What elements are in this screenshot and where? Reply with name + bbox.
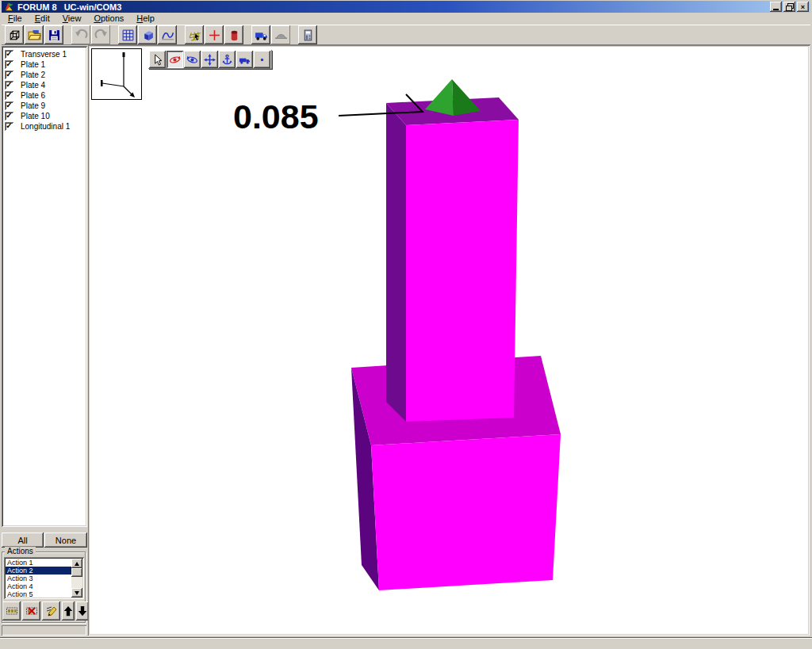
orbit-red-icon (169, 54, 181, 66)
save-icon (48, 29, 61, 42)
list-item[interactable]: Plate 4 (2, 80, 87, 90)
menu-options[interactable]: Options (87, 13, 130, 25)
new-model-button[interactable] (5, 25, 24, 44)
actions-list[interactable]: Action 1 Action 2 Action 3 Action 4 Acti… (4, 557, 84, 599)
open-folder-icon (28, 29, 41, 42)
action-item[interactable]: Action 5 (6, 590, 71, 597)
scroll-thumb[interactable] (71, 568, 82, 577)
save-button[interactable] (44, 25, 63, 44)
point-icon (256, 54, 268, 66)
checkbox-checked-icon[interactable] (5, 122, 13, 131)
orbit-tool-button-active[interactable] (167, 51, 183, 68)
viewport-3d[interactable]: 0.085 (88, 45, 810, 636)
plate-label: Plate 6 (21, 91, 45, 100)
checkbox-checked-icon[interactable] (5, 91, 13, 100)
action-delete-button[interactable] (22, 601, 40, 620)
checkbox-checked-icon[interactable] (5, 101, 13, 110)
action-edit-button[interactable] (42, 601, 60, 620)
action-add-button[interactable] (2, 601, 21, 620)
action-item-selected[interactable]: Action 2 (6, 567, 71, 575)
restore-icon (786, 3, 793, 10)
mesh-edit-button[interactable] (185, 25, 204, 44)
action-delete-icon (25, 605, 38, 617)
pyramid-right-face (452, 79, 481, 116)
app-logo-icon (3, 2, 14, 12)
curve-icon (161, 29, 174, 42)
action-list-icon (6, 605, 18, 617)
redo-button[interactable] (91, 25, 110, 44)
move-up-button[interactable] (62, 601, 75, 620)
action-item[interactable]: Action 3 (6, 575, 71, 582)
restore-button[interactable] (783, 2, 795, 12)
select-tool-button[interactable] (149, 51, 166, 68)
checkbox-checked-icon[interactable] (5, 50, 13, 59)
move-down-button[interactable] (76, 601, 89, 620)
orbit-alt-tool-button[interactable] (184, 51, 201, 68)
title-bar[interactable]: FORUM 8 UC-win/COM3 × (2, 1, 810, 13)
vehicle-button[interactable] (251, 25, 270, 44)
solid-view-button[interactable] (138, 25, 157, 44)
menu-help[interactable]: Help (130, 13, 161, 25)
action-item[interactable]: Action 4 (6, 582, 71, 590)
pan-tool-button[interactable] (201, 51, 218, 68)
pyramid-left-face (425, 79, 454, 116)
list-item[interactable]: Plate 2 (2, 70, 87, 80)
menu-view[interactable]: View (56, 13, 88, 25)
list-item[interactable]: Longitudinal 1 (2, 121, 87, 132)
pan-icon (204, 54, 216, 66)
orbit-blue-icon (186, 54, 198, 66)
view-toolbar (148, 50, 272, 69)
crosshair-icon (208, 29, 221, 42)
scroll-up-button[interactable] (71, 559, 82, 568)
close-button[interactable]: × (797, 2, 809, 12)
truck-icon (255, 29, 268, 42)
window-title: FORUM 8 UC-win/COM3 (17, 2, 121, 12)
base-front-face (371, 434, 561, 590)
undo-button[interactable] (71, 25, 90, 44)
model-canvas[interactable]: 0.085 (90, 47, 808, 634)
curve-tool-button[interactable] (158, 25, 177, 44)
plates-checklist: Transverse 1 Plate 1 Plate 2 Plate 4 Pla… (2, 46, 87, 527)
load-marker-button[interactable] (224, 25, 243, 44)
none-button[interactable]: None (44, 533, 87, 548)
column-front-face (406, 120, 519, 422)
plate-label: Longitudinal 1 (21, 122, 70, 131)
arrow-up-icon (63, 605, 74, 617)
list-item[interactable]: Plate 1 (2, 59, 87, 70)
action-item[interactable]: Action 1 (6, 559, 71, 567)
scroll-down-button[interactable] (71, 588, 82, 597)
actions-scrollbar[interactable] (71, 559, 82, 597)
checkbox-checked-icon[interactable] (5, 112, 13, 120)
redo-icon (94, 29, 108, 42)
minimize-button[interactable] (770, 2, 782, 12)
calculator-icon (301, 29, 315, 42)
axis-indicator (91, 48, 142, 100)
triangle-up-icon (75, 562, 79, 566)
menu-file[interactable]: File (2, 13, 29, 25)
checkbox-checked-icon[interactable] (5, 71, 13, 79)
list-item[interactable]: Plate 10 (2, 111, 87, 121)
all-button[interactable]: All (2, 533, 44, 548)
crosshair-button[interactable] (205, 25, 224, 44)
point-tool-button[interactable] (254, 51, 270, 68)
triangle-down-icon (75, 591, 79, 595)
plate-label: Plate 9 (21, 101, 45, 110)
open-button[interactable] (25, 25, 44, 44)
list-item[interactable]: Plate 6 (2, 90, 87, 101)
anchor-tool-button[interactable] (219, 51, 236, 68)
drive-truck-icon (239, 54, 251, 66)
bridge-load-button[interactable] (271, 25, 290, 44)
list-item[interactable]: Transverse 1 (2, 49, 87, 59)
list-item[interactable]: Plate 9 (2, 101, 87, 111)
checkbox-checked-icon[interactable] (5, 60, 13, 69)
minimize-icon (773, 9, 779, 10)
drive-tool-button[interactable] (236, 51, 253, 68)
load-cylinder-icon (228, 29, 241, 42)
pencil-edit-icon (45, 605, 58, 617)
grid-view-button[interactable] (118, 25, 137, 44)
calculator-button[interactable] (298, 25, 317, 44)
column-left-face (386, 103, 406, 422)
checkbox-checked-icon[interactable] (5, 81, 13, 90)
menu-bar: File Edit View Options Help (2, 13, 810, 25)
menu-edit[interactable]: Edit (29, 13, 56, 25)
